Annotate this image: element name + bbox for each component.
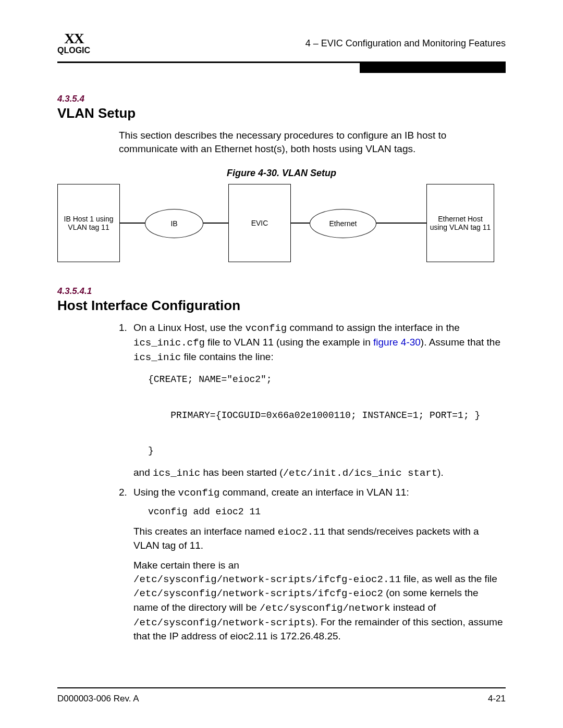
subsection-number: 4.3.5.4.1 [57,286,506,297]
text: command to assign the interface in the [287,322,460,333]
section-intro: This section describes the necessary pro… [119,129,506,155]
text: file contains the line: [181,351,273,362]
text: has been started ( [200,467,283,478]
text: command, create an interface in VLAN 11: [219,487,409,498]
inline-code: /etc/sysconfig/network [260,602,390,614]
inline-code: ics_inic [133,352,181,363]
code-block: vconfig add eioc2 11 [148,506,506,518]
step-1: 1. On a Linux Host, use the vconfig comm… [119,321,506,480]
figure-link[interactable]: figure 4-30 [373,337,421,348]
inline-code: ics_inic [153,467,200,479]
footer-page-number: 4-21 [488,694,506,704]
section-number: 4.3.5.4 [57,94,506,104]
section-title: VLAN Setup [57,105,506,121]
diagram-connector [203,223,228,224]
text: instead of [390,602,436,613]
footer-docid: D000003-006 Rev. A [57,694,139,704]
diagram-connector [120,223,145,224]
step-list: 1. On a Linux Host, use the vconfig comm… [119,321,506,643]
diagram-ellipse-ib: IB [145,209,203,238]
text: file, as well as the file [401,573,497,584]
logo: XX QLOGIC [57,31,90,55]
header-black-bar [360,61,506,73]
diagram-box-ibhost: IB Host 1 using VLAN tag 11 [57,184,120,262]
page-footer: D000003-006 Rev. A 4-21 [57,687,506,704]
code-block: {CREATE; NAME="eioc2"; PRIMARY={IOCGUID=… [148,371,506,460]
logo-glyph-icon: XX [64,31,83,46]
inline-code: vconfig [245,323,287,334]
text: and [133,467,153,478]
inline-code: eioc2.11 [278,526,325,538]
header-rule [57,61,506,73]
diagram-connector [291,223,310,224]
page-header: XX QLOGIC 4 – EVIC Configuration and Mon… [57,31,506,55]
inline-code: vconfig [178,487,220,499]
text: Using the [133,487,178,498]
diagram-box-ethhost: Ethernet Host using VLAN tag 11 [426,184,494,262]
diagram-ellipse-ethernet: Ethernet [310,209,376,238]
inline-code: ics_inic.cfg [133,337,205,349]
logo-text: QLOGIC [57,46,90,55]
inline-code: /etc/sysconfig/network-scripts/ifcfg-eio… [133,574,401,585]
inline-code: /etc/sysconfig/network-scripts/ifcfg-eio… [133,588,383,599]
inline-code: /etc/init.d/ics_inic start [283,467,437,479]
text: ). [437,467,444,478]
vlan-diagram: IB Host 1 using VLAN tag 11 IB EVIC Ethe… [57,184,506,267]
step-number: 1. [119,321,133,480]
text: file to VLAN 11 (using the example in [205,337,373,348]
step-number: 2. [119,486,133,643]
diagram-box-evic: EVIC [228,184,291,262]
diagram-connector [376,223,426,224]
chapter-title: 4 – EVIC Configuration and Monitoring Fe… [305,38,506,49]
text: This creates an interface named [133,526,278,537]
figure-caption: Figure 4-30. VLAN Setup [57,168,506,179]
text: ). Assume that the [421,337,500,348]
subsection-title: Host Interface Configuration [57,298,506,314]
step-2: 2. Using the vconfig command, create an … [119,486,506,643]
inline-code: /etc/sysconfig/network-scripts [133,617,312,628]
text: On a Linux Host, use the [133,322,245,333]
text: Make certain there is an [133,560,239,571]
